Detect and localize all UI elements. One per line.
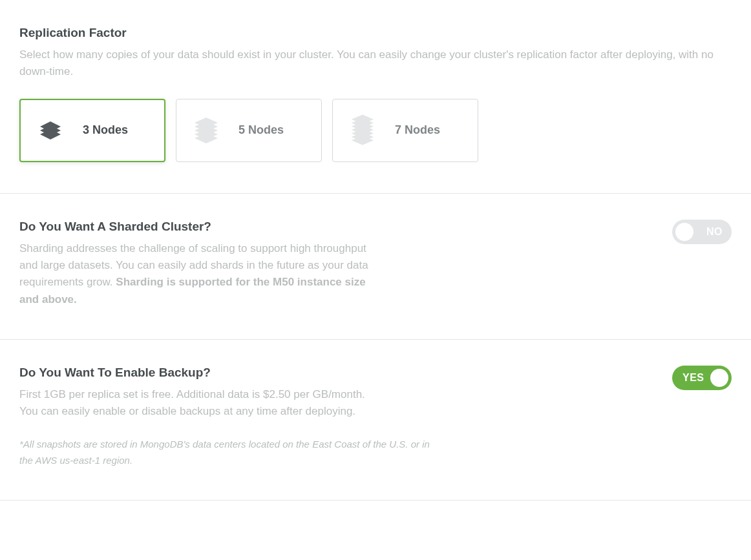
replication-title: Replication Factor [19, 26, 732, 40]
replication-node-cards: 3 Nodes 5 Nodes [19, 99, 732, 162]
replication-option-label: 3 Nodes [83, 123, 128, 137]
replication-option-3-nodes[interactable]: 3 Nodes [19, 99, 165, 162]
toggle-knob [675, 223, 693, 241]
backup-note: *All snapshots are stored in MongoDB's d… [19, 436, 433, 469]
replication-section: Replication Factor Select how many copie… [0, 0, 751, 194]
stack-7-icon [348, 112, 377, 149]
replication-option-7-nodes[interactable]: 7 Nodes [332, 99, 478, 162]
sharding-section: Do You Want A Sharded Cluster? Sharding … [0, 194, 751, 340]
backup-section: Do You Want To Enable Backup? First 1GB … [0, 340, 751, 501]
backup-desc: First 1GB per replica set is free. Addit… [19, 386, 368, 420]
backup-title: Do You Want To Enable Backup? [19, 366, 433, 380]
replication-option-label: 5 Nodes [238, 123, 284, 137]
stack-3-icon [36, 112, 65, 149]
stack-5-icon [192, 112, 220, 149]
toggle-knob [710, 369, 728, 387]
sharding-toggle-label: NO [706, 226, 723, 238]
sharding-desc: Sharding addresses the challenge of scal… [19, 240, 368, 308]
backup-toggle[interactable]: YES [672, 366, 732, 390]
replication-desc: Select how many copies of your data shou… [19, 47, 730, 81]
sharding-title: Do You Want A Sharded Cluster? [19, 220, 368, 234]
replication-option-label: 7 Nodes [395, 123, 440, 137]
sharding-toggle[interactable]: NO [672, 220, 732, 244]
backup-toggle-label: YES [682, 372, 704, 384]
replication-option-5-nodes[interactable]: 5 Nodes [176, 99, 322, 162]
